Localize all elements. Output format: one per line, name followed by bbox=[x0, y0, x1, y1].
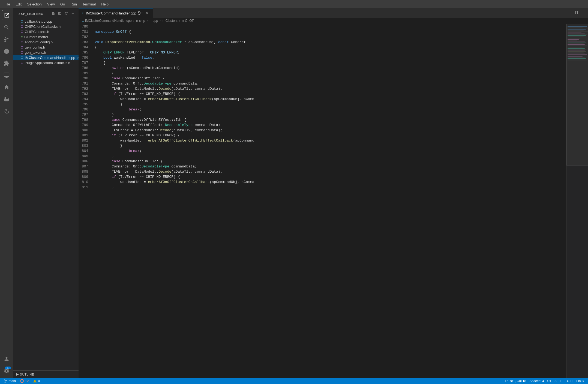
code-line-803: } bbox=[95, 143, 566, 148]
code-line-788: switch (aCommandPath.mCommandId) bbox=[95, 65, 566, 71]
menu-view[interactable]: View bbox=[45, 2, 57, 7]
tab-unsaved-count: 9+ bbox=[138, 11, 144, 16]
code-line-801: if (TLVError == CHIP_NO_ERROR) { bbox=[95, 133, 566, 138]
file-item-1[interactable]: C CHIPClientCallbacks.h bbox=[13, 24, 79, 29]
project-name: ZAP_LIGHTING bbox=[19, 12, 43, 16]
breadcrumb-file[interactable]: C IMClusterCommandHandler.cpp bbox=[82, 19, 132, 23]
status-language[interactable]: C++ bbox=[565, 379, 575, 383]
file-item-7[interactable]: C IMClusterCommandHandler.cpp 9+ bbox=[13, 55, 79, 60]
breadcrumb-sep-2: › bbox=[147, 19, 148, 23]
menu-run[interactable]: Run bbox=[68, 2, 79, 7]
menu-help[interactable]: Help bbox=[99, 2, 111, 7]
code-line-808: TLVError = DataModel::Decode(aDataTlv, c… bbox=[95, 169, 566, 174]
activity-bar bbox=[0, 8, 13, 378]
code-line-782 bbox=[95, 34, 566, 40]
file-item-3[interactable]: ≡ Clusters.matter bbox=[13, 34, 79, 40]
minimap bbox=[566, 24, 588, 378]
code-content[interactable]: namespace OnOff { void DispatchServerCom… bbox=[92, 24, 566, 378]
breadcrumb-clusters[interactable]: {} Clusters bbox=[162, 19, 177, 23]
code-line-796: break; bbox=[95, 107, 566, 112]
code-line-791: Commands::Off::DecodableType commandData… bbox=[95, 81, 566, 86]
breadcrumb-chip[interactable]: {} chip bbox=[136, 19, 145, 23]
file-icon-h: C bbox=[21, 25, 23, 29]
editor-area: C IMClusterCommandHandler.cpp 9+ ✕ ··· C… bbox=[79, 8, 588, 378]
code-line-805: } bbox=[95, 154, 566, 159]
status-line-ending[interactable]: LF bbox=[558, 379, 565, 383]
breadcrumb-sep-4: › bbox=[179, 19, 180, 23]
file-icon-h-4: C bbox=[21, 40, 23, 44]
file-icon-cpp-7: C bbox=[21, 56, 23, 60]
status-warnings[interactable]: 0 bbox=[31, 378, 41, 384]
branch-name: main bbox=[9, 379, 16, 383]
line-numbers: 780 781 782 783 784 785 786 787 788 789 … bbox=[79, 24, 92, 378]
file-icon-cpp: C bbox=[21, 20, 23, 23]
line-ending-label: LF bbox=[560, 379, 564, 383]
os-label: Linux bbox=[576, 379, 584, 383]
file-icon-h-5: C bbox=[21, 46, 23, 49]
code-line-785: CHIP_ERROR TLVError = CHIP_NO_ERROR; bbox=[95, 50, 566, 55]
file-icon-h-6: C bbox=[21, 51, 23, 55]
source-control-icon[interactable] bbox=[2, 34, 11, 44]
more-actions-icon[interactable]: ··· bbox=[581, 10, 586, 16]
file-tree: C callback-stub.cpp C CHIPClientCallback… bbox=[13, 18, 79, 370]
file-item-0[interactable]: C callback-stub.cpp bbox=[13, 19, 79, 24]
code-line-804: break; bbox=[95, 148, 566, 154]
file-name-1: CHIPClientCallbacks.h bbox=[25, 25, 61, 29]
code-line-802: wasHandled = emberAfOnOffClusterOffWithE… bbox=[95, 138, 566, 143]
file-item-4[interactable]: C endpoint_config.h bbox=[13, 40, 79, 45]
file-item-2[interactable]: C CHIPClusters.h bbox=[13, 29, 79, 34]
run-debug-icon[interactable] bbox=[2, 46, 11, 56]
menu-selection[interactable]: Selection bbox=[25, 2, 44, 7]
menu-file[interactable]: File bbox=[2, 2, 12, 7]
status-encoding[interactable]: UTF-8 bbox=[546, 379, 558, 383]
explorer-icon[interactable] bbox=[2, 10, 11, 20]
file-name-2: CHIPClusters.h bbox=[25, 30, 49, 34]
breadcrumb-sep-1: › bbox=[133, 19, 134, 23]
status-errors[interactable]: 12 bbox=[19, 378, 30, 384]
language-label: C++ bbox=[567, 379, 573, 383]
breadcrumb-onoff-label: OnOff bbox=[185, 19, 194, 23]
breadcrumb-onoff[interactable]: {} OnOff bbox=[182, 19, 194, 23]
new-file-icon[interactable] bbox=[51, 11, 56, 17]
split-editor-icon[interactable] bbox=[574, 10, 580, 16]
status-spaces[interactable]: Spaces: 4 bbox=[528, 379, 545, 383]
menu-go[interactable]: Go bbox=[58, 2, 67, 7]
outline-header[interactable]: ▶ OUTLINE bbox=[13, 372, 79, 377]
status-os[interactable]: Linux bbox=[575, 379, 586, 383]
accounts-icon[interactable] bbox=[2, 354, 11, 364]
svg-point-7 bbox=[22, 382, 22, 382]
breadcrumb-file-label: IMClusterCommandHandler.cpp bbox=[85, 19, 132, 23]
menu-edit[interactable]: Edit bbox=[13, 2, 24, 7]
extensions-icon[interactable] bbox=[2, 58, 11, 68]
file-name-8: PluginApplicationCallbacks.h bbox=[25, 61, 70, 65]
code-line-794: wasHandled = emberAfOnOffClusterOffCallb… bbox=[95, 97, 566, 102]
docker-icon[interactable] bbox=[2, 94, 11, 104]
status-branch[interactable]: main bbox=[2, 378, 17, 384]
search-icon[interactable] bbox=[2, 22, 11, 32]
status-position[interactable]: Ln 781, Col 18 bbox=[503, 379, 528, 383]
svg-rect-0 bbox=[4, 73, 9, 77]
breadcrumb: C IMClusterCommandHandler.cpp › {} chip … bbox=[79, 18, 588, 24]
active-tab[interactable]: C IMClusterCommandHandler.cpp 9+ ✕ bbox=[79, 8, 153, 18]
new-folder-icon[interactable] bbox=[57, 11, 62, 17]
activity-bottom bbox=[2, 354, 11, 378]
menu-terminal[interactable]: Terminal bbox=[80, 2, 98, 7]
remote-explorer-icon[interactable] bbox=[2, 70, 11, 80]
history-icon[interactable] bbox=[2, 106, 11, 116]
home-icon[interactable] bbox=[2, 82, 11, 92]
settings-icon[interactable] bbox=[2, 366, 11, 376]
file-item-6[interactable]: C gen_tokens.h bbox=[13, 50, 79, 55]
collapse-all-icon[interactable] bbox=[70, 11, 75, 17]
file-item-8[interactable]: C PluginApplicationCallbacks.h bbox=[13, 60, 79, 65]
tab-close-button[interactable]: ✕ bbox=[145, 11, 149, 16]
sidebar: ZAP_LIGHTING C callback bbox=[13, 8, 79, 378]
status-bar: main 12 0 Ln 781, Col 18 Spaces: 4 UTF-8… bbox=[0, 378, 588, 384]
file-name-6: gen_tokens.h bbox=[25, 50, 46, 55]
code-line-807: Commands::On::DecodableType commandData; bbox=[95, 164, 566, 169]
code-line-799: Commands::OffWithEffect::DecodableType c… bbox=[95, 122, 566, 128]
file-item-5[interactable]: C gen_config.h bbox=[13, 45, 79, 50]
refresh-icon[interactable] bbox=[64, 11, 69, 17]
code-line-781: namespace OnOff { bbox=[95, 29, 566, 34]
breadcrumb-app[interactable]: {} app bbox=[149, 19, 158, 23]
status-right: Ln 781, Col 18 Spaces: 4 UTF-8 LF C++ Li… bbox=[503, 379, 586, 383]
